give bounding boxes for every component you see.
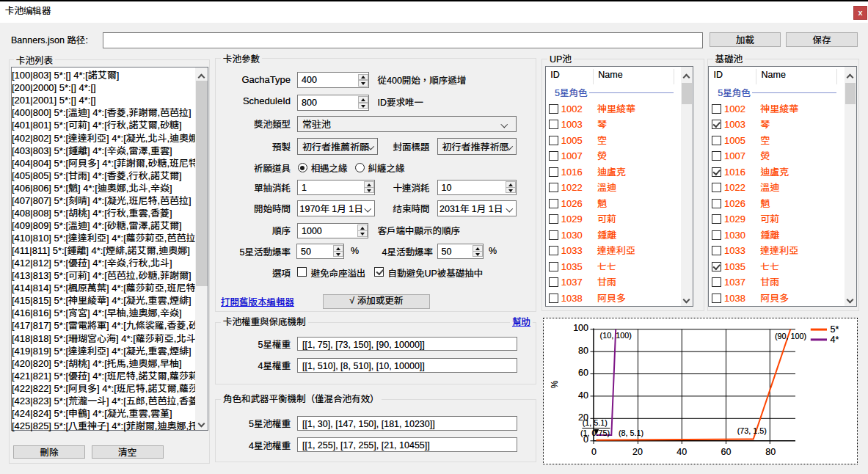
svg-text:5*: 5*	[831, 324, 839, 334]
svg-text:(90, 100): (90, 100)	[775, 332, 806, 340]
svg-text:60: 60	[578, 368, 588, 378]
svg-text:4*: 4*	[831, 334, 839, 344]
svg-text:(1, 5.1): (1, 5.1)	[583, 418, 608, 427]
svg-text:100: 100	[573, 323, 588, 333]
svg-text:(8, 5.1): (8, 5.1)	[619, 429, 643, 437]
svg-text:(10, 100): (10, 100)	[600, 330, 632, 339]
svg-text:40: 40	[578, 390, 588, 400]
svg-text:80: 80	[578, 345, 588, 355]
svg-text:60: 60	[721, 447, 732, 457]
svg-text:20: 20	[632, 447, 643, 457]
svg-text:(73, 1.5): (73, 1.5)	[737, 426, 767, 435]
svg-text:80: 80	[765, 447, 776, 457]
svg-text:40: 40	[676, 447, 687, 457]
svg-text:%: %	[550, 380, 560, 388]
svg-text:0: 0	[591, 447, 597, 457]
